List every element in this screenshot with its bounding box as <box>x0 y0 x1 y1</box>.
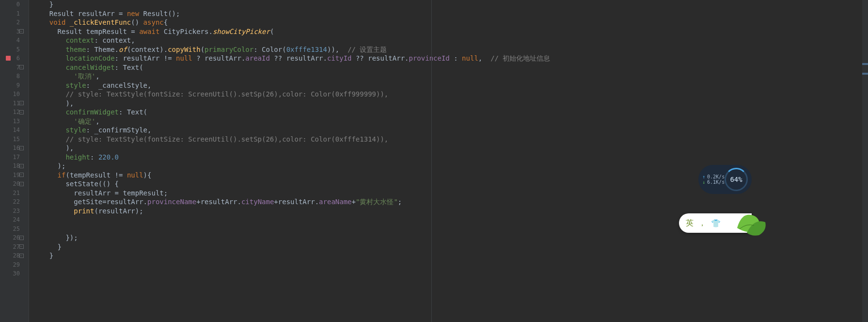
code-line[interactable]: context: context, <box>29 36 868 45</box>
gutter-line[interactable]: 26− <box>0 233 29 242</box>
code-line[interactable]: } <box>29 242 868 252</box>
token-paren: , <box>147 81 151 89</box>
gutter-line[interactable]: 21 <box>0 189 29 198</box>
code-line[interactable]: '确定', <box>29 117 868 126</box>
fold-toggle[interactable]: − <box>18 179 24 189</box>
code-line[interactable]: ), <box>29 99 868 108</box>
scroll-marker <box>862 63 868 65</box>
scroll-marker <box>862 73 868 75</box>
gutter-line[interactable]: 11− <box>0 99 29 108</box>
token-paren: } <box>33 243 62 251</box>
code-line[interactable]: height: 220.0 <box>29 153 868 162</box>
code-line[interactable]: cancelWidget: Text( <box>29 63 868 72</box>
ime-toolbar[interactable]: 英 ， 👕 <box>679 213 752 233</box>
token-op: : <box>86 126 95 134</box>
token-paren: )), <box>327 46 347 53</box>
token-kw: await <box>139 28 164 35</box>
gutter-line[interactable]: 15 <box>0 135 29 144</box>
token-paren: , <box>478 54 490 62</box>
code-editor[interactable]: } Result resultArr = new Result(); void … <box>29 0 868 322</box>
code-line[interactable]: // style: TextStyle(fontSize: ScreenUtil… <box>29 90 868 99</box>
fold-toggle[interactable]: − <box>18 251 24 260</box>
token-id: _confirmStyle <box>94 126 147 134</box>
token-paren: ( <box>65 171 69 179</box>
gutter-line[interactable]: 6 <box>0 54 29 63</box>
token-field: areaName <box>319 198 351 206</box>
breakpoint-marker[interactable] <box>6 56 11 61</box>
gutter-line[interactable]: 27− <box>0 242 29 252</box>
gutter-line[interactable]: 2 <box>0 18 29 27</box>
gutter-line[interactable]: 19− <box>0 171 29 180</box>
gutter-line[interactable]: 9 <box>0 81 29 90</box>
fold-toggle[interactable]: − <box>18 27 24 36</box>
fold-toggle[interactable]: − <box>18 63 24 72</box>
ime-language[interactable]: 英 <box>686 218 694 228</box>
gutter-line[interactable]: 8 <box>0 72 29 81</box>
gutter-line[interactable]: 23 <box>0 207 29 216</box>
token-param: style <box>33 126 86 134</box>
gutter-line[interactable]: 22 <box>0 197 29 207</box>
fold-toggle[interactable]: − <box>18 144 24 153</box>
code-line[interactable] <box>29 260 868 270</box>
gutter-line[interactable]: 18− <box>0 161 29 171</box>
code-line[interactable]: style: _confirmStyle, <box>29 126 868 135</box>
network-monitor-widget[interactable]: ↑0.2K/s ↓6.1K/s 64% <box>698 165 752 194</box>
code-line[interactable]: confirmWidget: Text( <box>29 108 868 117</box>
gutter-line[interactable]: 3− <box>0 27 29 36</box>
token-id: context <box>131 46 159 53</box>
token-paren: ( <box>270 28 274 35</box>
gutter-line[interactable]: 13 <box>0 117 29 126</box>
code-line[interactable]: void _clickEventFunc() async{ <box>29 18 868 27</box>
shirt-icon[interactable]: 👕 <box>711 219 721 228</box>
fold-toggle[interactable]: − <box>18 171 24 180</box>
gutter[interactable]: 0123−4567−891011−12−13141516−1718−19−20−… <box>0 0 29 322</box>
gutter-line[interactable]: 29 <box>0 260 29 270</box>
gutter-line[interactable]: 12− <box>0 108 29 117</box>
code-line[interactable]: locationCode: resultArr != null ? result… <box>29 54 868 63</box>
gutter-line[interactable]: 25 <box>0 225 29 234</box>
code-line[interactable]: style: _cancelStyle, <box>29 81 868 90</box>
gutter-line[interactable]: 14 <box>0 126 29 135</box>
token-field: cityName <box>241 198 274 206</box>
gutter-line[interactable]: 30 <box>0 269 29 278</box>
gutter-line[interactable]: 0 <box>0 0 29 9</box>
fold-toggle[interactable]: − <box>18 161 24 171</box>
upload-speed: 0.2K/s <box>707 174 725 179</box>
token-op: + <box>196 198 200 206</box>
gutter-line[interactable]: 4 <box>0 36 29 45</box>
gutter-line[interactable]: 17 <box>0 153 29 162</box>
gutter-line[interactable]: 10 <box>0 90 29 99</box>
token-op: . <box>237 198 241 206</box>
token-paren: ). <box>159 46 168 53</box>
code-line[interactable]: ), <box>29 144 868 153</box>
token-type: CityPickers. <box>164 28 213 35</box>
fold-toggle[interactable]: − <box>18 233 24 242</box>
fold-toggle[interactable]: − <box>18 99 24 108</box>
gutter-line[interactable]: 5 <box>0 45 29 54</box>
gutter-line[interactable]: 16− <box>0 144 29 153</box>
code-line[interactable]: Result resultArr = new Result(); <box>29 9 868 18</box>
vertical-scrollbar[interactable] <box>862 0 868 322</box>
code-line[interactable]: '取消', <box>29 72 868 81</box>
code-line[interactable]: theme: Theme.of(context).copyWith(primar… <box>29 45 868 54</box>
token-op: : <box>119 108 127 116</box>
code-line[interactable] <box>29 269 868 278</box>
fold-toggle[interactable]: − <box>18 242 24 252</box>
fold-toggle[interactable]: − <box>18 108 24 117</box>
code-line[interactable]: } <box>29 0 868 9</box>
token-id: tempResult <box>86 28 127 35</box>
code-line[interactable]: Result tempResult = await CityPickers.sh… <box>29 27 868 36</box>
token-op: . <box>405 54 409 62</box>
gutter-line[interactable]: 28− <box>0 251 29 260</box>
code-line[interactable]: // style: TextStyle(fontSize: ScreenUtil… <box>29 135 868 144</box>
ime-punct[interactable]: ， <box>698 218 706 228</box>
gutter-line[interactable]: 24 <box>0 215 29 225</box>
token-id: resultArr <box>78 10 115 17</box>
token-comment: // 设置主题 <box>347 46 387 53</box>
code-line[interactable]: } <box>29 251 868 260</box>
code-line[interactable]: getSite=resultArr.provinceName+resultArr… <box>29 197 868 207</box>
gutter-line[interactable]: 1 <box>0 9 29 18</box>
gutter-line[interactable]: 20− <box>0 179 29 189</box>
token-paren: ( <box>139 64 143 71</box>
gutter-line[interactable]: 7− <box>0 63 29 72</box>
